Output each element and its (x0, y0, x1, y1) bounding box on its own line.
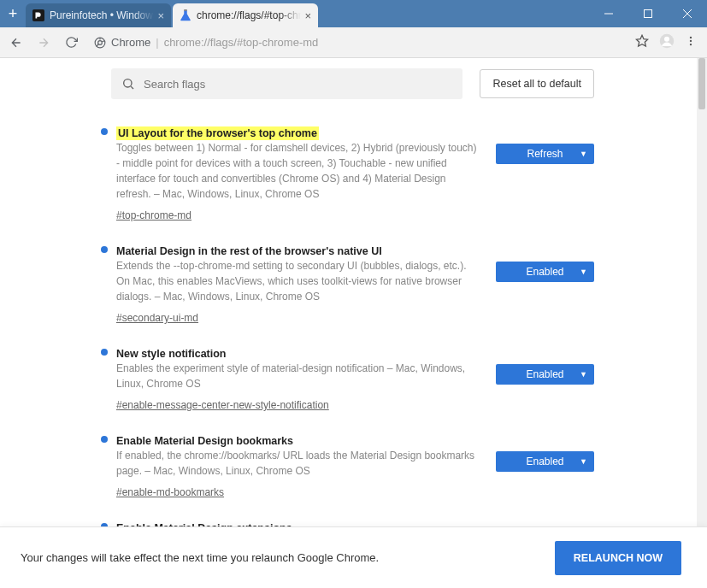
new-tab-button[interactable]: + (0, 0, 26, 27)
bookmark-star-icon[interactable] (635, 34, 649, 51)
flag-item: Material Design in the rest of the brows… (101, 234, 594, 337)
flag-state-select[interactable]: Enabled▼ (496, 451, 594, 472)
svg-point-14 (124, 79, 132, 87)
omnibox-url: chrome://flags/#top-chrome-md (164, 36, 319, 49)
flag-state-select[interactable]: Enabled▼ (496, 262, 594, 282)
flag-item: Enable Material Design extensionsIf enab… (101, 511, 594, 526)
tab-close-icon[interactable]: × (304, 9, 311, 22)
tab-close-icon[interactable]: × (157, 9, 164, 22)
omnibox-separator: | (156, 36, 158, 49)
relaunch-button[interactable]: RELAUNCH NOW (555, 541, 681, 575)
svg-line-15 (131, 86, 133, 89)
flag-description: If enabled, the chrome://bookmarks/ URL … (116, 448, 479, 479)
relaunch-message: Your changes will take effect the next t… (21, 551, 379, 564)
flag-title: New style notification (116, 348, 227, 360)
flag-state-label: Enabled (526, 456, 563, 467)
flag-state-select[interactable]: Enabled▼ (496, 364, 594, 385)
tab-active[interactable]: chrome://flags/#top-chrome-md × (173, 3, 318, 27)
chevron-down-icon: ▼ (580, 268, 587, 276)
window-close-button[interactable] (668, 0, 707, 27)
tab-strip: Pureinfotech • Windows × chrome://flags/… (26, 0, 589, 27)
flag-item: Enable Material Design bookmarksIf enabl… (101, 424, 594, 511)
page-content: Reset all to default UI Layout for the b… (0, 58, 697, 526)
flag-state-label: Refresh (527, 148, 563, 160)
flag-modified-dot-icon (101, 349, 108, 356)
tab-label: Pureinfotech • Windows (50, 9, 154, 21)
window-maximize-button[interactable] (628, 0, 668, 27)
chevron-down-icon: ▼ (580, 457, 587, 466)
chevron-down-icon: ▼ (580, 370, 587, 379)
flag-state-label: Enabled (526, 266, 563, 278)
scrollbar-thumb[interactable] (698, 58, 705, 109)
reload-button[interactable] (60, 32, 82, 54)
relaunch-footer: Your changes will take effect the next t… (0, 526, 707, 588)
flag-modified-dot-icon (101, 128, 108, 135)
svg-rect-3 (645, 10, 652, 18)
flag-item: New style notificationEnables the experi… (101, 337, 594, 424)
flag-title: UI Layout for the browser's top chrome (116, 126, 319, 140)
flag-title: Enable Material Design bookmarks (116, 435, 293, 447)
tab-inactive[interactable]: Pureinfotech • Windows × (26, 3, 171, 27)
search-icon (121, 77, 135, 91)
flag-description: Extends the --top-chrome-md setting to s… (116, 258, 479, 304)
flag-description: Toggles between 1) Normal - for clamshel… (116, 140, 479, 202)
flag-state-label: Enabled (526, 368, 563, 380)
svg-point-11 (690, 36, 692, 38)
flag-hash-link[interactable]: #secondary-ui-md (116, 312, 198, 324)
search-flags-box[interactable] (111, 68, 462, 99)
flag-modified-dot-icon (101, 436, 108, 443)
flag-state-select[interactable]: Refresh▼ (496, 144, 594, 164)
flag-hash-link[interactable]: #top-chrome-md (116, 209, 191, 221)
scrollbar-track[interactable] (697, 58, 707, 526)
favicon-flags (180, 9, 191, 21)
window-controls (589, 0, 707, 27)
reset-all-button[interactable]: Reset all to default (480, 69, 594, 98)
flags-header-row: Reset all to default (0, 58, 697, 116)
svg-point-12 (690, 39, 692, 41)
window-minimize-button[interactable] (589, 0, 628, 27)
forward-button[interactable] (32, 32, 55, 54)
svg-point-10 (664, 36, 669, 41)
chevron-down-icon: ▼ (580, 150, 587, 158)
flag-description: Enables the experiment style of material… (116, 361, 479, 391)
favicon-pureinfotech (32, 9, 44, 21)
menu-icon[interactable] (685, 35, 697, 50)
window-titlebar: + Pureinfotech • Windows × chrome://flag… (0, 0, 707, 27)
flag-modified-dot-icon (101, 246, 108, 253)
chrome-origin-icon (94, 37, 106, 49)
flag-title: Material Design in the rest of the brows… (116, 245, 382, 257)
tab-label: chrome://flags/#top-chrome-md (197, 9, 301, 21)
svg-rect-1 (184, 9, 187, 11)
address-bar: Chrome | chrome://flags/#top-chrome-md (0, 27, 707, 58)
profile-avatar-icon[interactable] (659, 33, 675, 52)
search-flags-input[interactable] (144, 78, 452, 91)
svg-point-13 (690, 43, 692, 44)
origin-chip: Chrome (111, 36, 150, 49)
flag-hash-link[interactable]: #enable-message-center-new-style-notific… (116, 399, 329, 411)
omnibox[interactable]: Chrome | chrome://flags/#top-chrome-md (87, 31, 625, 55)
toolbar-right (630, 33, 702, 52)
back-button[interactable] (5, 32, 27, 54)
flags-list: UI Layout for the browser's top chromeTo… (0, 116, 697, 526)
flag-hash-link[interactable]: #enable-md-bookmarks (116, 486, 224, 498)
flag-item: UI Layout for the browser's top chromeTo… (101, 116, 594, 234)
svg-marker-8 (636, 35, 647, 46)
